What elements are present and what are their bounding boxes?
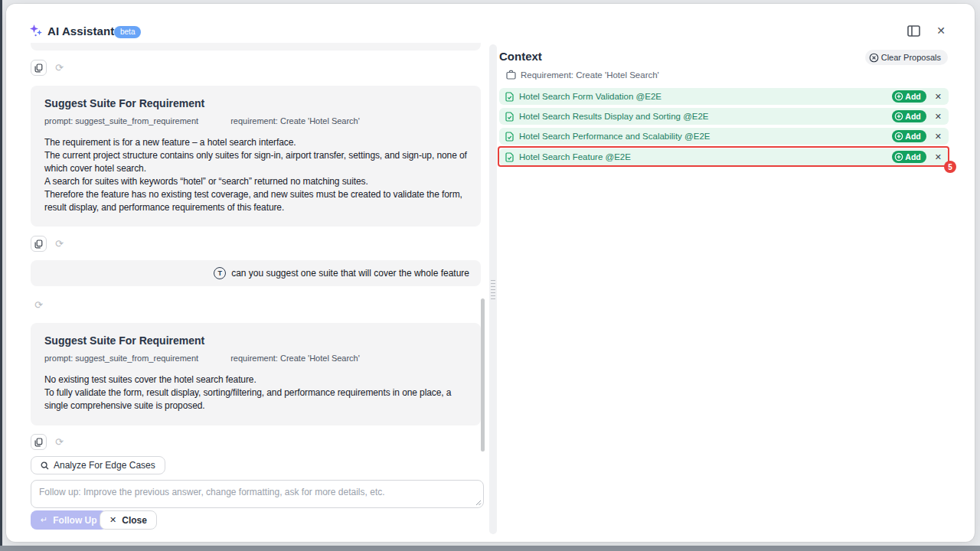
proposal-row[interactable]: Hotel Search Results Display and Sorting… — [499, 108, 949, 125]
remove-proposal-icon[interactable]: ✕ — [932, 132, 945, 142]
analyze-edge-cases-label: Analyze For Edge Cases — [54, 460, 155, 471]
remove-proposal-icon[interactable]: ✕ — [932, 112, 945, 122]
plus-circle-icon — [894, 132, 903, 141]
copy-icon[interactable] — [31, 60, 47, 76]
card-title: Suggest Suite For Requirement — [44, 334, 467, 347]
page-title: AI Assistant — [47, 24, 114, 37]
circle-x-icon — [869, 53, 879, 63]
proposal-row[interactable]: Hotel Search Performance and Scalability… — [499, 128, 949, 145]
card-title: Suggest Suite For Requirement — [44, 97, 467, 109]
card-paragraph: A search for suites with keywords “hotel… — [44, 175, 467, 188]
assistant-response-card: Suggest Suite For Requirement prompt: su… — [31, 323, 481, 425]
plus-circle-icon — [894, 112, 903, 121]
regenerate-icon[interactable]: ⟳ — [51, 236, 67, 252]
add-proposal-button[interactable]: Add — [892, 151, 926, 163]
context-requirement-label: Requirement: Create 'Hotel Search' — [521, 70, 659, 80]
card-paragraph: The requirement is for a new feature – a… — [44, 136, 467, 149]
analyze-edge-cases-button[interactable]: Analyze For Edge Cases — [31, 456, 165, 474]
add-proposal-button[interactable]: Add — [892, 130, 926, 142]
card-body: The requirement is for a new feature – a… — [44, 136, 467, 214]
panel-toggle-icon[interactable] — [906, 24, 920, 37]
doc-check-icon — [505, 92, 514, 102]
context-requirement: Requirement: Create 'Hotel Search' — [506, 70, 659, 80]
followup-input-wrap — [31, 480, 484, 508]
copy-icon[interactable] — [31, 434, 47, 450]
proposal-row-highlighted[interactable]: Hotel Search Feature @E2E Add ✕ — [499, 148, 949, 165]
copy-icon[interactable] — [31, 236, 47, 252]
message-actions-row-4: ⟳ — [31, 434, 67, 450]
add-proposal-button[interactable]: Add — [892, 90, 926, 103]
close-label: Close — [122, 515, 147, 526]
scrolled-card-sliver — [31, 43, 481, 51]
proposal-label: Hotel Search Results Display and Sorting… — [519, 112, 887, 121]
enter-icon: ↵ — [41, 515, 47, 525]
page-background: AI Assistant beta ✕ ⟳ Suggest Suite For … — [0, 0, 980, 551]
follow-up-label: Follow Up — [53, 515, 96, 526]
message-actions-row-2: ⟳ — [31, 236, 67, 252]
regenerate-icon[interactable]: ⟳ — [51, 434, 67, 450]
card-paragraph: The current project structure contains o… — [44, 149, 467, 175]
close-x-icon: ✕ — [109, 515, 116, 525]
doc-check-icon — [505, 112, 514, 122]
context-title: Context — [499, 50, 542, 63]
card-paragraph: No existing test suites cover the hotel … — [44, 373, 467, 386]
window-bottom-edge — [0, 546, 980, 551]
user-avatar: T — [214, 267, 226, 279]
chat-scrollbar[interactable] — [481, 298, 485, 452]
remove-proposal-icon[interactable]: ✕ — [932, 92, 945, 102]
follow-up-button[interactable]: ↵ Follow Up — [31, 510, 107, 530]
card-paragraph: To fully validate the form, result displ… — [44, 386, 467, 412]
doc-check-icon — [505, 132, 514, 142]
assistant-response-card: Suggest Suite For Requirement prompt: su… — [31, 86, 481, 227]
followup-input[interactable] — [31, 480, 484, 508]
beta-badge: beta — [114, 26, 141, 38]
close-button[interactable]: ✕ Close — [100, 510, 157, 530]
proposal-label: Hotel Search Performance and Scalability… — [519, 132, 887, 141]
add-label: Add — [905, 152, 920, 161]
add-label: Add — [905, 132, 920, 141]
briefcase-icon — [506, 70, 516, 80]
requirement-meta: requirement: Create 'Hotel Search' — [230, 354, 360, 363]
doc-check-icon — [505, 152, 514, 162]
card-body: No existing test suites cover the hotel … — [44, 373, 467, 412]
annotation-number-badge: 5 — [944, 161, 956, 173]
search-icon — [41, 461, 49, 470]
close-icon[interactable]: ✕ — [934, 24, 948, 37]
proposal-label: Hotel Search Form Validation @E2E — [519, 92, 887, 101]
clear-proposals-button[interactable]: Clear Proposals — [865, 50, 948, 65]
requirement-meta: requirement: Create 'Hotel Search' — [230, 116, 360, 126]
user-message-text: can you suggest one suite that will cove… — [231, 268, 469, 279]
message-actions-row-3: ⟳ — [31, 297, 47, 313]
prompt-meta: prompt: suggest_suite_from_requirement — [44, 116, 198, 126]
card-paragraph: Therefore the feature has no existing te… — [44, 188, 467, 214]
user-message: T can you suggest one suite that will co… — [31, 260, 481, 286]
prompt-meta: prompt: suggest_suite_from_requirement — [44, 354, 198, 363]
plus-circle-icon — [894, 152, 903, 161]
proposal-label: Hotel Search Feature @E2E — [519, 152, 887, 161]
sparkles-icon — [29, 24, 44, 38]
panel-resizer[interactable] — [489, 44, 497, 534]
remove-proposal-icon[interactable]: ✕ — [932, 152, 945, 162]
clear-proposals-label: Clear Proposals — [881, 53, 941, 62]
regenerate-icon[interactable]: ⟳ — [51, 60, 67, 76]
add-proposal-button[interactable]: Add — [892, 110, 926, 122]
window-left-edge — [0, 0, 2, 551]
add-label: Add — [905, 112, 920, 121]
regenerate-icon[interactable]: ⟳ — [31, 297, 47, 313]
message-actions-row-1: ⟳ — [31, 60, 67, 76]
add-label: Add — [905, 92, 920, 101]
card-meta: prompt: suggest_suite_from_requirement r… — [44, 116, 467, 126]
resizer-grip-icon — [491, 280, 495, 300]
proposal-row[interactable]: Hotel Search Form Validation @E2E Add ✕ — [499, 88, 949, 105]
card-meta: prompt: suggest_suite_from_requirement r… — [44, 354, 467, 363]
plus-circle-icon — [894, 92, 903, 101]
